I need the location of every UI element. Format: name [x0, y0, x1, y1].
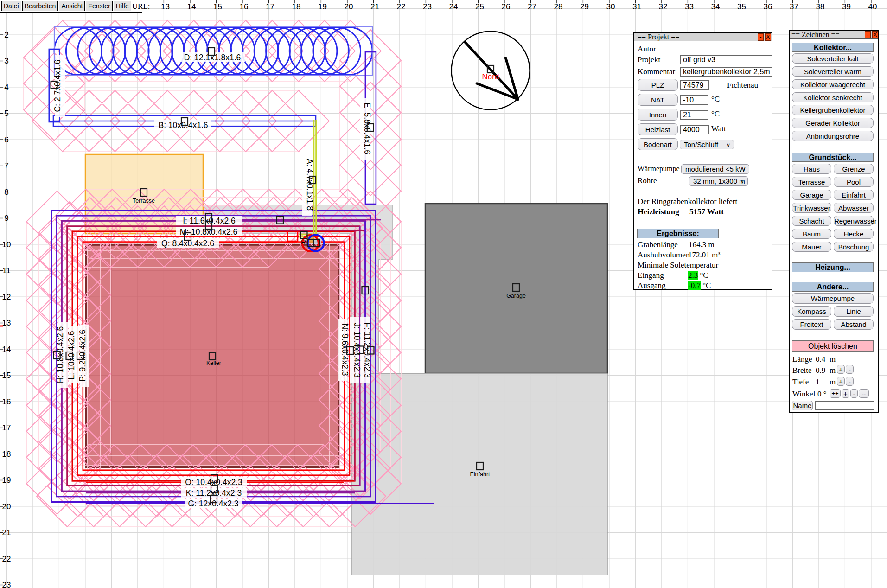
- svg-text:24: 24: [449, 2, 458, 11]
- svg-text:G: 12x0.4x2.3: G: 12x0.4x2.3: [188, 499, 239, 508]
- svg-text:15: 15: [2, 371, 11, 380]
- svg-text:Keller: Keller: [206, 360, 221, 366]
- svg-text:I: 11.6x0.4x2.6: I: 11.6x0.4x2.6: [183, 216, 236, 225]
- svg-text:L: 10x0.4x2.6: L: 10x0.4x2.6: [67, 331, 76, 379]
- svg-text:A: 4.7x0.1x1.8: A: 4.7x0.1x1.8: [305, 159, 314, 211]
- svg-text:3: 3: [4, 57, 8, 65]
- svg-text:32: 32: [658, 2, 667, 11]
- svg-text:28: 28: [554, 2, 562, 11]
- svg-text:20: 20: [344, 2, 353, 11]
- svg-text:23: 23: [423, 2, 432, 11]
- svg-text:27: 27: [528, 2, 536, 11]
- svg-text:10: 10: [2, 240, 11, 249]
- svg-text:5: 5: [4, 109, 8, 118]
- svg-text:D: 12.1x1.8x1.6: D: 12.1x1.8x1.6: [184, 53, 241, 62]
- svg-text:22: 22: [2, 555, 11, 563]
- svg-text:8: 8: [4, 188, 8, 197]
- svg-text:25: 25: [475, 2, 484, 11]
- svg-text:29: 29: [580, 2, 589, 11]
- svg-text:Einfahrt: Einfahrt: [470, 471, 490, 478]
- svg-text:18: 18: [292, 2, 300, 11]
- svg-text:6: 6: [4, 135, 8, 144]
- svg-text:31: 31: [632, 2, 641, 11]
- svg-text:14: 14: [187, 2, 196, 11]
- svg-text:26: 26: [501, 2, 510, 11]
- svg-text:21: 21: [370, 2, 379, 11]
- svg-text:38: 38: [816, 2, 824, 11]
- svg-text:40: 40: [868, 2, 877, 11]
- svg-text:39: 39: [842, 2, 851, 11]
- svg-text:Nord: Nord: [482, 72, 499, 81]
- svg-text:M: 10.8x0.4x2.6: M: 10.8x0.4x2.6: [180, 227, 238, 236]
- svg-text:20: 20: [2, 502, 11, 511]
- svg-text:13: 13: [2, 319, 11, 327]
- svg-text:7: 7: [4, 161, 8, 170]
- svg-text:36: 36: [763, 2, 772, 11]
- svg-text:9: 9: [4, 214, 8, 223]
- svg-text:13: 13: [161, 2, 170, 11]
- svg-text:33: 33: [685, 2, 694, 11]
- svg-text:16: 16: [239, 2, 248, 11]
- svg-text:Garage: Garage: [506, 293, 526, 299]
- svg-text:2: 2: [4, 31, 8, 39]
- svg-text:34: 34: [711, 2, 720, 11]
- svg-text:17: 17: [266, 2, 274, 11]
- svg-text:17: 17: [2, 423, 11, 432]
- svg-text:4: 4: [4, 83, 8, 92]
- svg-text:Terrasse: Terrasse: [133, 198, 155, 204]
- svg-text:N: 9.6x0.4x2.3: N: 9.6x0.4x2.3: [340, 324, 350, 376]
- svg-text:22: 22: [396, 2, 405, 11]
- svg-text:23: 23: [2, 581, 11, 588]
- svg-text:35: 35: [737, 2, 746, 11]
- svg-text:11: 11: [2, 266, 11, 275]
- svg-text:15: 15: [213, 2, 222, 11]
- svg-text:14: 14: [2, 345, 11, 354]
- svg-text:18: 18: [2, 450, 11, 459]
- svg-text:12: 12: [2, 293, 11, 301]
- svg-text:19: 19: [2, 476, 11, 485]
- svg-text:19: 19: [318, 2, 327, 11]
- svg-text:37: 37: [790, 2, 798, 11]
- svg-text:21: 21: [2, 528, 11, 537]
- svg-text:16: 16: [2, 397, 11, 406]
- svg-text:P: 9.2x0.4x2.6: P: 9.2x0.4x2.6: [78, 330, 87, 382]
- svg-text:30: 30: [606, 2, 615, 11]
